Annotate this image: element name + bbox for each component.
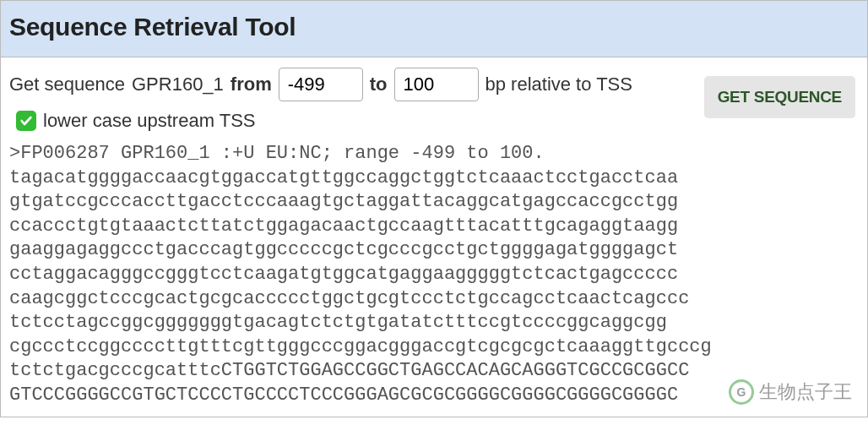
check-icon [19,114,33,128]
to-input[interactable] [394,68,479,101]
to-label: to [370,74,388,95]
bp-suffix: bp relative to TSS [486,74,632,95]
get-sequence-button[interactable]: GET SEQUENCE [704,76,855,118]
lowercase-checkbox[interactable] [16,111,36,131]
from-label: from [231,74,272,95]
page-title: Sequence Retrieval Tool [9,13,859,41]
controls-area: Get sequence GPR160_1 from to bp relativ… [1,57,867,139]
page-header: Sequence Retrieval Tool [1,1,867,57]
sequence-output: >FP006287 GPR160_1 :+U EU:NC; range -499… [1,139,867,417]
from-input[interactable] [279,68,363,101]
seq-name: GPR160_1 [132,74,224,95]
lowercase-label: lower case upstream TSS [43,110,255,132]
seq-label-prefix: Get sequence [9,74,125,95]
